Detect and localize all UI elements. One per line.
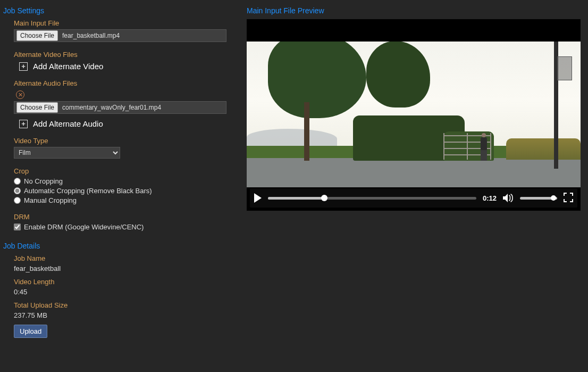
add-alt-audio-label: Add Alternate Audio (33, 119, 103, 128)
video-frame (247, 42, 581, 187)
add-alt-video-label: Add Alternate Video (33, 62, 103, 71)
main-input-file-row: Choose File fear_basketball.mp4 (14, 29, 226, 42)
add-alternate-audio-button[interactable]: + Add Alternate Audio (14, 119, 243, 128)
crop-radio-manual[interactable] (14, 197, 21, 204)
remove-alt-audio-button[interactable]: ✕ (16, 90, 24, 99)
crop-label: Crop (14, 167, 243, 175)
plus-icon: + (19, 62, 28, 71)
play-button[interactable] (254, 193, 262, 203)
plus-icon: + (19, 120, 28, 128)
alt-audio-choose-button[interactable]: Choose File (16, 102, 58, 113)
crop-option-none[interactable]: No Cropping (14, 177, 243, 185)
video-controls: 0:12 (250, 188, 577, 208)
volume-thumb[interactable] (551, 195, 556, 201)
volume-slider[interactable] (520, 197, 557, 200)
drm-enable-row[interactable]: Enable DRM (Google Widevine/CENC) (14, 223, 243, 231)
main-input-choose-button[interactable]: Choose File (16, 30, 58, 41)
seek-thumb[interactable] (321, 195, 327, 201)
crop-option-manual[interactable]: Manual Cropping (14, 196, 243, 204)
alt-audio-file-row: Choose File commentary_wavOnly_fear01.mp… (14, 101, 226, 114)
crop-radio-auto[interactable] (14, 187, 21, 194)
crop-option-auto[interactable]: Automatic Cropping (Remove Black Bars) (14, 187, 243, 195)
upload-button[interactable]: Upload (14, 325, 47, 338)
job-details-title: Job Details (3, 242, 243, 250)
job-name-value: fear_basketball (14, 264, 243, 272)
alt-audio-filename: commentary_wavOnly_fear01.mp4 (60, 104, 161, 111)
video-type-select[interactable]: Film (14, 147, 120, 159)
seek-bar[interactable] (268, 197, 476, 200)
alt-audio-label: Alternate Audio Files (14, 79, 243, 87)
crop-none-label: No Cropping (24, 177, 63, 185)
video-length-label: Video Length (14, 278, 243, 286)
main-input-filename: fear_basketball.mp4 (60, 32, 120, 39)
crop-manual-label: Manual Cropping (24, 196, 77, 204)
job-settings-title: Job Settings (3, 6, 243, 15)
video-preview: 0:12 (247, 19, 581, 211)
job-name-label: Job Name (14, 254, 243, 262)
upload-size-value: 237.75 MB (14, 311, 243, 319)
time-display: 0:12 (483, 194, 497, 202)
alt-video-label: Alternate Video Files (14, 51, 243, 59)
add-alternate-video-button[interactable]: + Add Alternate Video (14, 62, 243, 71)
video-length-value: 0:45 (14, 288, 243, 296)
crop-radio-none[interactable] (14, 178, 21, 185)
preview-title: Main Input File Preview (247, 6, 585, 15)
fullscreen-button[interactable] (564, 193, 573, 204)
video-type-label: Video Type (14, 137, 243, 145)
main-input-label: Main Input File (14, 19, 243, 27)
drm-label: DRM (14, 213, 243, 221)
drm-checkbox-label: Enable DRM (Google Widevine/CENC) (24, 223, 144, 231)
upload-size-label: Total Upload Size (14, 301, 243, 309)
close-icon: ✕ (18, 92, 23, 98)
drm-enable-checkbox[interactable] (14, 224, 21, 230)
volume-icon[interactable] (503, 193, 514, 203)
crop-auto-label: Automatic Cropping (Remove Black Bars) (24, 187, 152, 195)
